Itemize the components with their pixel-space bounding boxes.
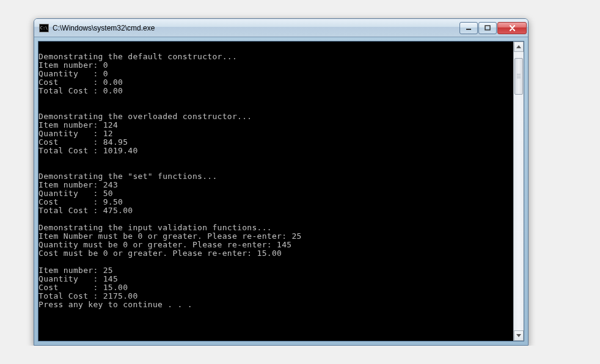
close-icon xyxy=(509,25,516,31)
chevron-up-icon xyxy=(516,45,521,48)
minimize-button[interactable] xyxy=(459,22,478,34)
titlebar[interactable]: C:\ C:\Windows\system32\cmd.exe xyxy=(34,19,528,37)
window-controls xyxy=(459,22,527,34)
minimize-icon xyxy=(466,25,472,31)
cmd-icon: C:\ xyxy=(39,24,49,32)
scroll-down-button[interactable] xyxy=(514,330,524,341)
vertical-scrollbar[interactable] xyxy=(513,42,524,341)
client-frame: Demonstrating the default constructor...… xyxy=(34,37,528,345)
scrollbar-track[interactable] xyxy=(514,52,524,330)
svg-rect-1 xyxy=(485,26,490,30)
maximize-icon xyxy=(485,25,491,31)
scroll-up-button[interactable] xyxy=(514,42,524,52)
scrollbar-thumb[interactable] xyxy=(514,58,523,95)
close-button[interactable] xyxy=(497,22,527,34)
chevron-down-icon xyxy=(516,334,521,337)
console-output: Demonstrating the default constructor...… xyxy=(38,42,513,341)
svg-rect-0 xyxy=(466,29,471,30)
console-wrap: Demonstrating the default constructor...… xyxy=(38,41,524,341)
cmd-window: C:\ C:\Windows\system32\cmd.exe Demonstr… xyxy=(34,18,529,346)
window-title: C:\Windows\system32\cmd.exe xyxy=(53,24,459,32)
maximize-button[interactable] xyxy=(478,22,497,34)
